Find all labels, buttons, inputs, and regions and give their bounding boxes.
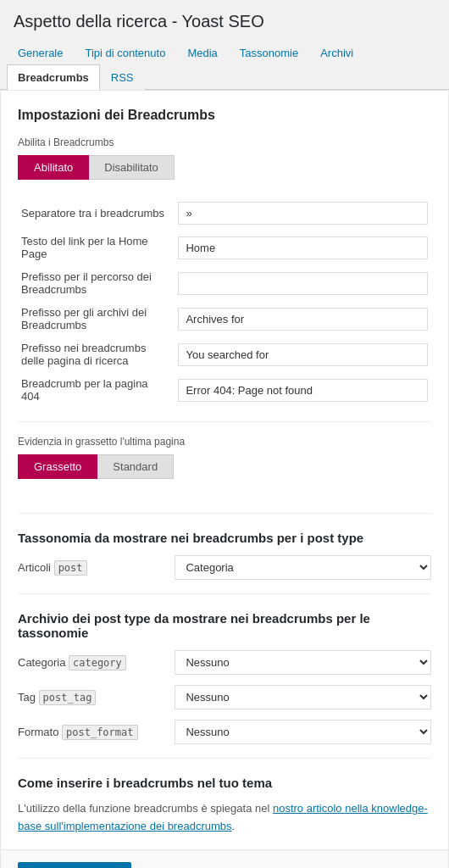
field-row-home-link: Testo del link per la Home Page	[18, 230, 431, 265]
field-row-separatore: Separatore tra i breadcrumbs	[18, 197, 431, 230]
field-label-ricerca-prefix: Prefisso nei breadcrumbs delle pagina di…	[18, 337, 175, 372]
taxonomy-section-title: Tassonomia da mostrare nei breadcrumbs p…	[18, 531, 431, 545]
breadcrumbs-section: Impostazioni dei Breadcrumbs Abilita i B…	[18, 108, 431, 499]
field-input-ricerca-prefix[interactable]	[178, 343, 428, 366]
taxonomy-label: Articoli post	[18, 561, 175, 574]
enable-toggle-group: Abilitato Disabilitato	[18, 155, 431, 180]
tab-archivi[interactable]: Archivi	[309, 40, 364, 65]
field-label-separatore: Separatore tra i breadcrumbs	[18, 197, 175, 230]
how-to-title: Come inserire i breadcrumbs nel tuo tema	[18, 776, 431, 790]
standard-button[interactable]: Standard	[97, 454, 174, 479]
tab-rss[interactable]: RSS	[100, 64, 145, 90]
taxonomy-section: Tassonomia da mostrare nei breadcrumbs p…	[18, 531, 431, 580]
field-input-archivi-prefix[interactable]	[178, 308, 428, 331]
how-to-text: L'utilizzo della funzione breadcrumbs è …	[18, 800, 431, 836]
section-divider-2	[18, 593, 431, 594]
field-input-home-link[interactable]	[178, 236, 428, 259]
divider	[18, 421, 431, 422]
bold-toggle-group: Grassetto Standard	[18, 454, 431, 479]
bold-label: Evidenzia in grassetto l'ultima pagina	[18, 436, 431, 448]
field-label-percorso-prefix: Prefisso per il percorso dei Breadcrumbs	[18, 265, 175, 301]
field-row-ricerca-prefix: Prefisso nei breadcrumbs delle pagina di…	[18, 337, 431, 372]
archive-label: Tag post_tag	[18, 691, 175, 704]
field-input-separatore[interactable]	[178, 202, 428, 225]
archive-select[interactable]: NessunoPostPagina	[175, 685, 431, 709]
taxonomy-select[interactable]: CategoriaTagNessuno	[175, 555, 431, 580]
page-title: Aspetto della ricerca - Yoast SEO	[0, 0, 449, 40]
field-input-percorso-prefix[interactable]	[178, 272, 428, 295]
archive-section-title: Archivio dei post type da mostrare nei b…	[18, 611, 431, 640]
field-row-percorso-prefix: Prefisso per il percorso dei Breadcrumbs	[18, 265, 431, 301]
archive-select[interactable]: NessunoPostPagina	[175, 720, 431, 744]
archive-label: Formato post_format	[18, 726, 175, 738]
tab-generale[interactable]: Generale	[7, 40, 74, 65]
enabled-button[interactable]: Abilitato	[18, 155, 89, 180]
field-label-home-link: Testo del link per la Home Page	[18, 230, 175, 265]
field-input-404-label[interactable]	[178, 379, 428, 402]
save-bar: Salva le modifiche	[1, 849, 448, 868]
archive-select[interactable]: NessunoPostPagina	[175, 650, 431, 675]
content-area: Impostazioni dei Breadcrumbs Abilita i B…	[0, 90, 449, 868]
field-row-archivi-prefix: Prefisso per gli archivi dei Breadcrumbs	[18, 301, 431, 337]
field-row-404-label: Breadcrumb per la pagina 404	[18, 372, 431, 408]
tab-breadcrumbs[interactable]: Breadcrumbs	[7, 64, 100, 90]
bold-button[interactable]: Grassetto	[18, 454, 97, 479]
archive-row: Categoria categoryNessunoPostPagina	[18, 650, 431, 675]
section-divider-1	[18, 513, 431, 514]
archive-row: Tag post_tagNessunoPostPagina	[18, 685, 431, 709]
tab-media[interactable]: Media	[176, 40, 228, 65]
how-to-section: Come inserire i breadcrumbs nel tuo tema…	[18, 776, 431, 836]
archive-label: Categoria category	[18, 656, 175, 669]
section-divider-3	[18, 758, 431, 759]
tab-tassonomie[interactable]: Tassonomie	[229, 40, 309, 65]
tabs-bar: GeneraleTipi di contenutoMediaTassonomie…	[0, 40, 449, 90]
taxonomy-row: Articoli postCategoriaTagNessuno	[18, 555, 431, 580]
enable-label: Abilita i Breadcrumbs	[18, 136, 431, 148]
section-title: Impostazioni dei Breadcrumbs	[18, 108, 431, 123]
disabled-button[interactable]: Disabilitato	[89, 155, 175, 180]
save-button[interactable]: Salva le modifiche	[18, 862, 131, 868]
archive-section: Archivio dei post type da mostrare nei b…	[18, 611, 431, 744]
archive-row: Formato post_formatNessunoPostPagina	[18, 720, 431, 744]
field-label-archivi-prefix: Prefisso per gli archivi dei Breadcrumbs	[18, 301, 175, 337]
breadcrumbs-form-table: Separatore tra i breadcrumbsTesto del li…	[18, 197, 431, 408]
tab-tipi-di-contenuto[interactable]: Tipi di contenuto	[74, 40, 176, 65]
field-label-404-label: Breadcrumb per la pagina 404	[18, 372, 175, 408]
